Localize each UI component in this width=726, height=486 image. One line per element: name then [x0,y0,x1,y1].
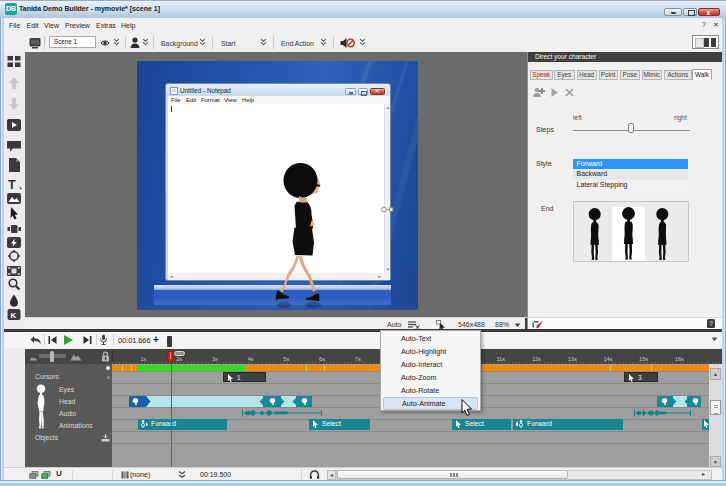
svg-text:K: K [11,311,17,320]
svg-text:T: T [8,178,16,192]
